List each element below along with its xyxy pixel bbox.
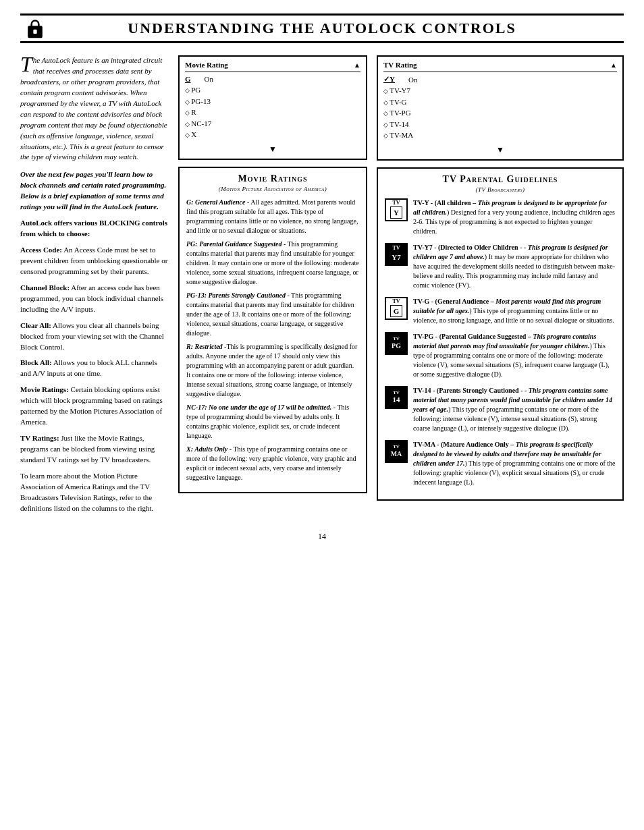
movie-rating-selected: G	[185, 75, 191, 83]
tv-g-entry: TV G TV-G - (General Audience – Most par…	[385, 297, 616, 325]
tv-rating-pg: TV-PG	[383, 107, 617, 119]
movie-rating-down-arrow[interactable]: ▼	[269, 144, 277, 155]
movie-rating-on: On	[205, 75, 213, 83]
tv-guidelines-title: TV Parental Guidelines	[385, 174, 616, 185]
movie-rating-row: G On	[185, 75, 360, 83]
tv-g-badge: TV G	[385, 297, 408, 320]
movie-rating-footer: ▼	[185, 144, 360, 155]
learn-more-mpa: To learn more about the Motion Picture A…	[20, 471, 169, 514]
tv-pg-entry: TV PG TV-PG - (Parental Guidance Suggest…	[385, 332, 616, 379]
movie-rating-header: Movie Rating ▲	[185, 61, 360, 72]
tv-g-badge-inner: G	[390, 305, 402, 317]
tv-pg-text: TV-PG - (Parental Guidance Suggested – T…	[413, 332, 616, 379]
tv-ratings-section-left: TV Ratings: Just like the Movie Ratings,…	[20, 433, 169, 466]
tv-rating-row: ✓Y On	[383, 75, 617, 84]
tv-y-badge-inner: Y	[390, 206, 402, 219]
left-column: The AutoLock feature is an integrated ci…	[20, 55, 169, 520]
main-content: The AutoLock feature is an integrated ci…	[20, 55, 624, 520]
channel-block-section: Channel Block: After an access code has …	[20, 283, 169, 315]
blocking-header: AutoLock offers various BLOCKING control…	[20, 218, 169, 240]
movie-rating-title: Movie Rating	[185, 61, 228, 69]
movie-rating-items: PG PG-13 R NC-17 X	[185, 83, 360, 142]
tv-y7-entry: TV Y7 TV-Y7 - (Directed to Older Childre…	[385, 243, 616, 290]
right-column: TV Rating ▲ ✓Y On TV-Y7 TV-G TV-PG TV-14…	[377, 55, 624, 501]
page: Understanding the AutoLock Controls The …	[0, 0, 644, 830]
page-header: Understanding the AutoLock Controls	[20, 13, 624, 43]
block-all-section: Block All: Allows you to block ALL chann…	[20, 358, 169, 379]
clear-all-section: Clear All: Allows you clear all channels…	[20, 321, 169, 353]
movie-ratings-section-left: Movie Ratings: Certain blocking options …	[20, 385, 169, 428]
tv-rating-items: TV-Y7 TV-G TV-PG TV-14 TV-MA	[383, 84, 617, 142]
tv-guidelines-subtitle: (TV Broadcasters)	[385, 186, 616, 193]
intro-paragraph: The AutoLock feature is an integrated ci…	[20, 55, 169, 163]
tv-guidelines-section: TV Parental Guidelines (TV Broadcasters)…	[377, 167, 624, 501]
tv-rating-header: TV Rating ▲	[383, 61, 617, 72]
tv-rating-footer: ▼	[383, 145, 617, 155]
tv-ma-text: TV-MA - (Mature Audience Only – This pro…	[413, 440, 616, 487]
tv-ma-badge: TV MA	[385, 440, 408, 463]
tv-y7-badge: TV Y7	[385, 243, 408, 266]
movie-rating-r: R	[185, 107, 360, 118]
tv-ma-entry: TV MA TV-MA - (Mature Audience Only – Th…	[385, 440, 616, 487]
page-number: 14	[20, 532, 624, 542]
tv-rating-down-arrow[interactable]: ▼	[496, 145, 504, 155]
svg-rect-1	[33, 30, 36, 34]
movie-ratings-title: Movie Ratings	[186, 173, 359, 184]
tv-pg-badge: TV PG	[385, 332, 408, 355]
movie-rating-x: X	[185, 129, 360, 140]
tv-rating-g: TV-G	[383, 96, 617, 108]
tv-rating-box: TV Rating ▲ ✓Y On TV-Y7 TV-G TV-PG TV-14…	[377, 55, 624, 161]
tv-rating-title: TV Rating	[383, 61, 417, 69]
movie-ratings-text: G: General Audience - All ages admitted.…	[186, 198, 359, 482]
tv-g-text: TV-G - (General Audience – Most parents …	[413, 297, 616, 325]
access-code-section: Access Code: An Access Code must be set …	[20, 245, 169, 277]
tv-y7-text: TV-Y7 - (Directed to Older Children - - …	[413, 243, 616, 290]
tv-rating-y7: TV-Y7	[383, 85, 617, 96]
movie-ratings-subtitle: (Motion Picture Association of America)	[186, 186, 359, 192]
movie-ratings-detail: Movie Ratings (Motion Picture Associatio…	[178, 167, 367, 493]
tv-14-entry: TV 14 TV-14 - (Parents Strongly Cautione…	[385, 386, 616, 433]
tv-y-text: TV-Y - (All children – This program is d…	[413, 198, 616, 236]
tv-14-text: TV-14 - (Parents Strongly Cautioned - - …	[413, 386, 616, 433]
movie-rating-box: Movie Rating ▲ G On PG PG-13 R NC-17 X ▼	[178, 55, 367, 160]
tv-14-badge: TV 14	[385, 386, 408, 409]
learn-more-section: Over the next few pages you'll learn how…	[20, 169, 169, 213]
movie-rating-nc17: NC-17	[185, 118, 360, 130]
tv-rating-on: On	[408, 76, 417, 84]
middle-column: Movie Rating ▲ G On PG PG-13 R NC-17 X ▼	[178, 55, 367, 493]
tv-y-badge: TV Y	[385, 198, 408, 221]
tv-rating-up-arrow[interactable]: ▲	[610, 61, 617, 69]
tv-rating-14: TV-14	[383, 119, 617, 130]
movie-rating-pg: PG	[185, 84, 360, 96]
tv-y-entry: TV Y TV-Y - (All children – This program…	[385, 198, 616, 236]
movie-rating-pg13: PG-13	[185, 96, 360, 107]
tv-y7-badge-inner: Y7	[390, 252, 403, 262]
tv-rating-selected: ✓Y	[383, 75, 395, 84]
movie-rating-up-arrow[interactable]: ▲	[354, 61, 360, 69]
page-title: Understanding the AutoLock Controls	[128, 20, 516, 37]
tv-rating-ma: TV-MA	[383, 130, 617, 141]
lock-icon	[26, 18, 45, 38]
